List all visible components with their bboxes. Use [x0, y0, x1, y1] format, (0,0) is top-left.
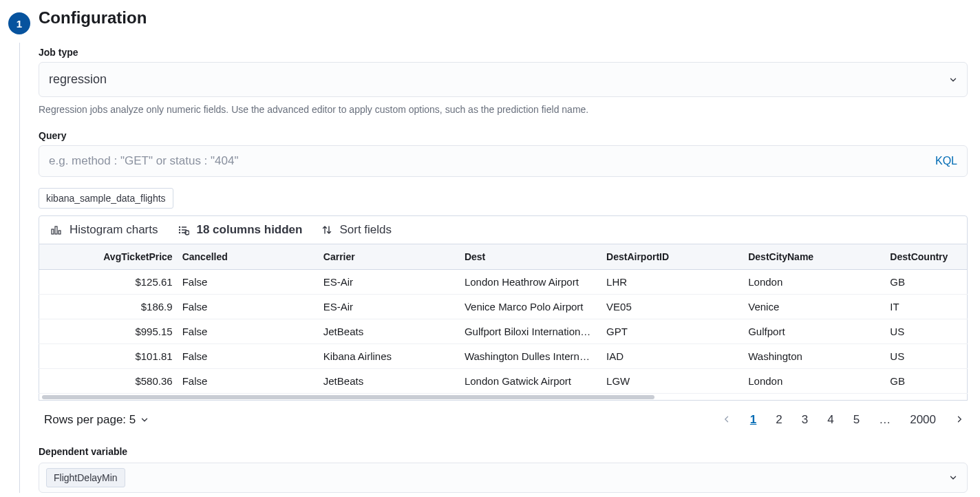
bar-chart-icon	[50, 224, 63, 236]
page-number[interactable]: 2000	[906, 410, 940, 430]
data-table: AvgTicketPrice Cancelled Carrier Dest De…	[39, 244, 968, 394]
columns-hidden-label: 18 columns hidden	[196, 223, 302, 237]
job-type-hint: Regression jobs analyze only numeric fie…	[39, 104, 968, 115]
svg-rect-2	[58, 231, 61, 234]
table-cell: Washington Dulles Interna…	[459, 344, 601, 369]
page-ellipsis: …	[875, 410, 895, 430]
table-cell: False	[177, 319, 318, 344]
table-cell: LGW	[601, 369, 743, 394]
svg-point-3	[179, 226, 180, 228]
table-row[interactable]: $995.15FalseJetBeatsGulfport Biloxi Inte…	[39, 319, 968, 344]
table-cell: IAD	[601, 344, 743, 369]
table-cell: False	[177, 295, 318, 319]
table-cell: US	[884, 319, 967, 344]
prev-page-button[interactable]	[718, 410, 735, 430]
dependent-variable-label: Dependent variable	[39, 446, 968, 457]
next-page-button[interactable]	[951, 410, 968, 430]
page-number[interactable]: 5	[849, 410, 864, 430]
table-cell: LHR	[601, 270, 743, 295]
dependent-variable-select[interactable]: FlightDelayMin	[39, 463, 968, 493]
table-cell: False	[177, 270, 318, 295]
table-header-row: AvgTicketPrice Cancelled Carrier Dest De…	[39, 244, 968, 270]
table-cell: JetBeats	[318, 369, 459, 394]
col-header[interactable]: Cancelled	[177, 244, 318, 270]
columns-icon	[177, 224, 189, 236]
step-connector	[19, 43, 20, 493]
table-cell: Venice Marco Polo Airport	[459, 295, 601, 319]
table-cell: ES-Air	[318, 295, 459, 319]
table-cell: GPT	[601, 319, 743, 344]
scroll-thumb[interactable]	[42, 395, 654, 399]
table-cell: $125.61	[39, 270, 177, 295]
svg-rect-0	[52, 229, 54, 234]
table-cell: Gulfport	[743, 319, 884, 344]
table-cell: $995.15	[39, 319, 177, 344]
page-number[interactable]: 4	[823, 410, 838, 430]
table-cell: GB	[884, 369, 967, 394]
col-header[interactable]: DestAirportID	[601, 244, 743, 270]
col-header[interactable]: Dest	[459, 244, 601, 270]
table-cell: US	[884, 344, 967, 369]
page-number[interactable]: 3	[798, 410, 812, 430]
col-header[interactable]: AvgTicketPrice	[39, 244, 177, 270]
rows-per-page-label: Rows per page: 5	[44, 413, 136, 427]
sort-fields-button[interactable]: Sort fields	[321, 223, 392, 237]
job-type-label: Job type	[39, 47, 968, 58]
col-header[interactable]: Carrier	[318, 244, 459, 270]
table-cell: London Gatwick Airport	[459, 369, 601, 394]
histogram-charts-button[interactable]: Histogram charts	[50, 223, 158, 237]
table-cell: ES-Air	[318, 270, 459, 295]
table-cell: False	[177, 344, 318, 369]
table-cell: IT	[884, 295, 967, 319]
table-row[interactable]: $186.9FalseES-AirVenice Marco Polo Airpo…	[39, 295, 968, 319]
svg-point-4	[179, 229, 180, 231]
sort-label: Sort fields	[339, 223, 392, 237]
table-cell: London	[743, 270, 884, 295]
sort-icon	[321, 224, 332, 235]
query-input[interactable]	[49, 154, 935, 168]
table-cell: Kibana Airlines	[318, 344, 459, 369]
table-cell: London	[743, 369, 884, 394]
table-cell: False	[177, 369, 318, 394]
query-language-toggle[interactable]: KQL	[935, 155, 957, 167]
page-number[interactable]: 2	[771, 410, 786, 430]
index-tag[interactable]: kibana_sample_data_flights	[39, 188, 173, 209]
table-toolbar: Histogram charts 18 columns hidden Sort …	[39, 215, 968, 244]
dependent-variable-value[interactable]: FlightDelayMin	[46, 468, 125, 487]
table-cell: VE05	[601, 295, 743, 319]
table-cell: $580.36	[39, 369, 177, 394]
query-field[interactable]: KQL	[39, 145, 968, 177]
col-header[interactable]: DestCityName	[743, 244, 884, 270]
col-header[interactable]: DestCountry	[884, 244, 967, 270]
table-cell: JetBeats	[318, 319, 459, 344]
table-row[interactable]: $125.61FalseES-AirLondon Heathrow Airpor…	[39, 270, 968, 295]
table-cell: $186.9	[39, 295, 177, 319]
page-number[interactable]: 1	[746, 410, 760, 430]
table-cell: $101.81	[39, 344, 177, 369]
rows-per-page-select[interactable]: Rows per page: 5	[39, 413, 149, 427]
histogram-label: Histogram charts	[70, 223, 158, 237]
horizontal-scrollbar[interactable]	[39, 394, 968, 401]
svg-rect-1	[55, 226, 57, 234]
table-row[interactable]: $580.36FalseJetBeatsLondon Gatwick Airpo…	[39, 369, 968, 394]
page-title: Configuration	[39, 8, 968, 28]
svg-point-5	[179, 232, 180, 233]
columns-hidden-button[interactable]: 18 columns hidden	[177, 223, 302, 237]
table-cell: Venice	[743, 295, 884, 319]
table-cell: Gulfport Biloxi Internation…	[459, 319, 601, 344]
job-type-value: regression	[49, 72, 107, 87]
pagination: 1 2 3 4 5 … 2000	[718, 410, 968, 430]
query-label: Query	[39, 130, 968, 141]
table-cell: Washington	[743, 344, 884, 369]
table-cell: GB	[884, 270, 967, 295]
table-cell: London Heathrow Airport	[459, 270, 601, 295]
table-row[interactable]: $101.81FalseKibana AirlinesWashington Du…	[39, 344, 968, 369]
job-type-select[interactable]: regression	[39, 62, 968, 97]
chevron-down-icon	[140, 415, 149, 425]
step-badge: 1	[8, 12, 30, 34]
